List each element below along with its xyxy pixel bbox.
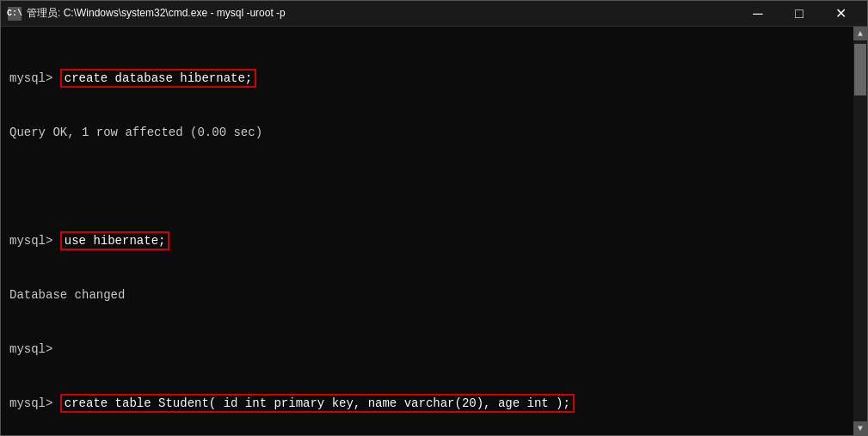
line-6: mysql> create table Student( id int prim…: [9, 395, 845, 413]
app-icon: C:\: [8, 7, 22, 21]
scrollbar: ▲ ▼: [853, 27, 867, 435]
line-3: mysql> use hibernate;: [9, 232, 845, 250]
prompt-4: mysql>: [9, 396, 60, 410]
minimize-button[interactable]: ─: [738, 1, 778, 27]
scroll-up-button[interactable]: ▲: [853, 27, 867, 40]
window-title: 管理员: C:\Windows\system32\cmd.exe - mysql…: [27, 6, 738, 21]
line-4: Database changed: [9, 286, 845, 304]
output-1: Query OK, 1 row affected (0.00 sec): [9, 126, 262, 139]
prompt-2: mysql>: [9, 234, 60, 248]
scrollbar-thumb[interactable]: [854, 44, 866, 95]
prompt-1: mysql>: [9, 71, 60, 85]
content-wrapper: mysql> create database hibernate; Query …: [1, 27, 867, 435]
scroll-down-button[interactable]: ▼: [853, 421, 867, 435]
terminal-output[interactable]: mysql> create database hibernate; Query …: [1, 27, 853, 435]
scrollbar-track[interactable]: [853, 40, 867, 421]
line-2: Query OK, 1 row affected (0.00 sec): [9, 124, 845, 142]
command-3: create table Student( id int primary key…: [60, 394, 575, 413]
close-button[interactable]: ✕: [821, 1, 860, 27]
command-2: use hibernate;: [60, 231, 170, 250]
line-5: mysql>: [9, 341, 845, 359]
maximize-button[interactable]: □: [779, 1, 819, 27]
window-controls: ─ □ ✕: [738, 1, 860, 27]
line-1: mysql> create database hibernate;: [9, 70, 845, 88]
empty-1: [9, 178, 845, 196]
output-2: Database changed: [9, 288, 125, 302]
cmd-window: C:\ 管理员: C:\Windows\system32\cmd.exe - m…: [0, 0, 868, 436]
prompt-3: mysql>: [9, 342, 60, 356]
command-1: create database hibernate;: [60, 69, 256, 88]
titlebar: C:\ 管理员: C:\Windows\system32\cmd.exe - m…: [1, 1, 867, 27]
